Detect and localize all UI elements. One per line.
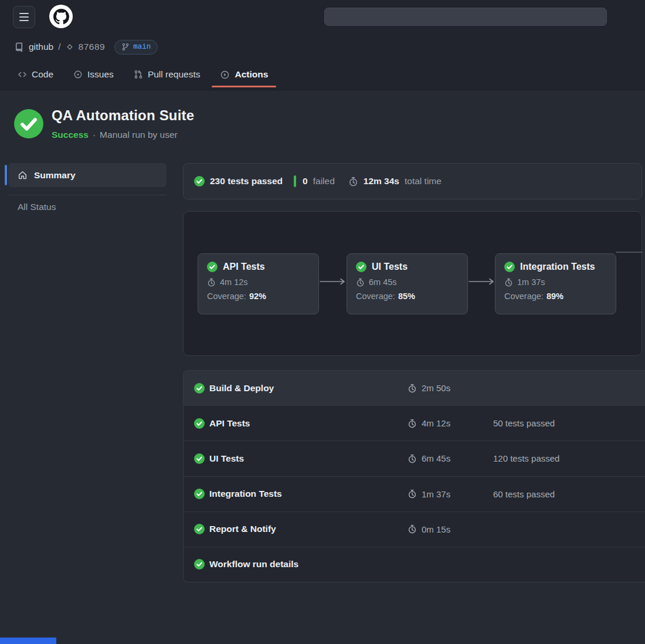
- tab-code[interactable]: Code: [18, 61, 53, 88]
- stopwatch-icon: [348, 177, 358, 187]
- graph-arrow: [469, 277, 495, 286]
- stopwatch-icon: [408, 489, 417, 499]
- hamburger-menu-button[interactable]: [13, 6, 35, 28]
- check-circle-icon: [194, 418, 205, 429]
- job-row-report-notify[interactable]: Report & Notify 0m 15s: [184, 512, 645, 547]
- graph-node-duration: 4m 12s: [220, 277, 248, 287]
- video-progress-bar[interactable]: [0, 638, 56, 644]
- tab-actions-label: Actions: [235, 69, 268, 80]
- job-row-ui-tests[interactable]: UI Tests 6m 45s 120 tests passed: [184, 441, 645, 476]
- coverage-value: 85%: [398, 292, 415, 301]
- graph-node-name: Integration Tests: [520, 262, 595, 272]
- branch-name: main: [133, 43, 151, 51]
- graph-node-duration: 6m 45s: [369, 277, 397, 287]
- stopwatch-icon: [408, 419, 417, 428]
- job-name: Workflow run details: [209, 559, 392, 570]
- tab-code-label: Code: [32, 69, 53, 80]
- passed-check-icon: [194, 176, 205, 187]
- failed-label: failed: [313, 176, 335, 187]
- graph-node-api-tests[interactable]: API Tests 4m 12s Coverage: 92%: [198, 253, 319, 314]
- coverage-value: 92%: [249, 292, 266, 301]
- repo-tabs: Code Issues Pull requests Actions: [18, 61, 268, 88]
- sidebar-divider: [8, 195, 167, 195]
- actions-icon: [220, 70, 230, 80]
- coverage-value: 89%: [546, 292, 563, 301]
- job-tests-passed: 120 tests passed: [492, 453, 645, 463]
- workflow-graph-panel: API Tests 4m 12s Coverage: 92% UI Tests …: [183, 211, 642, 356]
- graph-node-ui-tests[interactable]: UI Tests 6m 45s Coverage: 85%: [347, 253, 468, 314]
- search-input[interactable]: [324, 8, 607, 26]
- sidebar-item-summary[interactable]: Summary: [8, 163, 167, 187]
- job-name: UI Tests: [209, 453, 392, 464]
- run-trigger: Manual run by user: [100, 130, 178, 140]
- stopwatch-icon: [408, 524, 417, 534]
- tab-pull-requests[interactable]: Pull requests: [134, 61, 201, 88]
- stopwatch-icon: [356, 278, 365, 287]
- total-time-label: total time: [405, 176, 442, 187]
- check-circle-icon: [194, 524, 205, 534]
- job-name: API Tests: [209, 418, 392, 429]
- graph-arrow-out: [616, 248, 643, 256]
- hamburger-icon: [19, 13, 29, 14]
- job-duration: 4m 12s: [392, 418, 492, 428]
- graph-node-name: API Tests: [223, 262, 265, 272]
- stopwatch-icon: [408, 454, 417, 463]
- graph-node-duration: 1m 37s: [517, 277, 545, 287]
- job-duration: 6m 45s: [392, 453, 492, 463]
- job-row-integration-tests[interactable]: Integration Tests 1m 37s 60 tests passed: [184, 477, 645, 512]
- breadcrumb-owner[interactable]: github: [29, 42, 53, 52]
- run-success-icon: [14, 109, 43, 138]
- sidebar-selected-accent: [5, 165, 7, 185]
- graph-node-name: UI Tests: [372, 262, 408, 272]
- github-logo[interactable]: [49, 5, 73, 28]
- tab-pull-requests-label: Pull requests: [148, 69, 201, 80]
- sidebar-item-all-status[interactable]: All Status: [18, 202, 56, 212]
- total-time-value: 12m 34s: [364, 176, 399, 187]
- graph-arrow: [320, 277, 347, 286]
- coverage-label: Coverage:: [207, 292, 246, 301]
- branch-badge[interactable]: main: [114, 40, 158, 55]
- check-circle-icon: [207, 262, 218, 272]
- run-subtitle: Success · Manual run by user: [52, 130, 178, 140]
- job-list: Build & Deploy 2m 50s API Tests 4m 12s 5…: [183, 370, 645, 582]
- octocat-icon: [53, 9, 69, 25]
- breadcrumb: github / 87689 main: [14, 39, 158, 55]
- breadcrumb-separator: /: [58, 42, 60, 52]
- run-number: 87689: [79, 42, 106, 52]
- home-icon: [18, 170, 28, 180]
- check-circle-icon: [194, 559, 205, 570]
- failed-count: 0: [303, 176, 308, 187]
- job-duration: 0m 15s: [392, 524, 492, 534]
- job-tests-passed: 60 tests passed: [492, 489, 645, 499]
- stopwatch-icon: [408, 384, 417, 393]
- sidebar-summary-label: Summary: [34, 170, 76, 181]
- job-row-workflow-run-details[interactable]: Workflow run details: [184, 547, 645, 582]
- check-circle-icon: [194, 453, 205, 464]
- graph-node-integration-tests[interactable]: Integration Tests 1m 37s Coverage: 89%: [495, 253, 616, 314]
- job-tests-passed: 50 tests passed: [492, 418, 645, 428]
- job-duration: 1m 37s: [392, 489, 492, 499]
- stats-bar: 230 tests passed 0 failed 12m 34s total …: [183, 163, 642, 199]
- tab-actions[interactable]: Actions: [220, 61, 268, 88]
- job-name: Integration Tests: [209, 489, 392, 499]
- job-row-build-deploy[interactable]: Build & Deploy 2m 50s: [184, 371, 645, 406]
- subtitle-dot: ·: [93, 130, 96, 140]
- job-name: Build & Deploy: [209, 383, 392, 394]
- check-circle-icon: [356, 262, 366, 272]
- repo-icon: [14, 42, 24, 52]
- commit-diamond-icon: [66, 43, 74, 51]
- branch-icon: [121, 43, 130, 51]
- job-name: Report & Notify: [209, 524, 392, 534]
- run-status: Success: [52, 130, 89, 140]
- job-row-api-tests[interactable]: API Tests 4m 12s 50 tests passed: [184, 406, 645, 441]
- tab-issues[interactable]: Issues: [73, 61, 114, 88]
- job-duration: 2m 50s: [392, 383, 492, 393]
- coverage-label: Coverage:: [504, 292, 544, 301]
- stopwatch-icon: [207, 278, 216, 287]
- pull-request-icon: [134, 70, 143, 79]
- tests-passed-count: 230 tests passed: [210, 176, 283, 187]
- tab-issues-label: Issues: [87, 69, 114, 80]
- failed-indicator-bar: [294, 175, 296, 187]
- check-circle-icon: [194, 489, 205, 499]
- check-circle-icon: [194, 383, 205, 394]
